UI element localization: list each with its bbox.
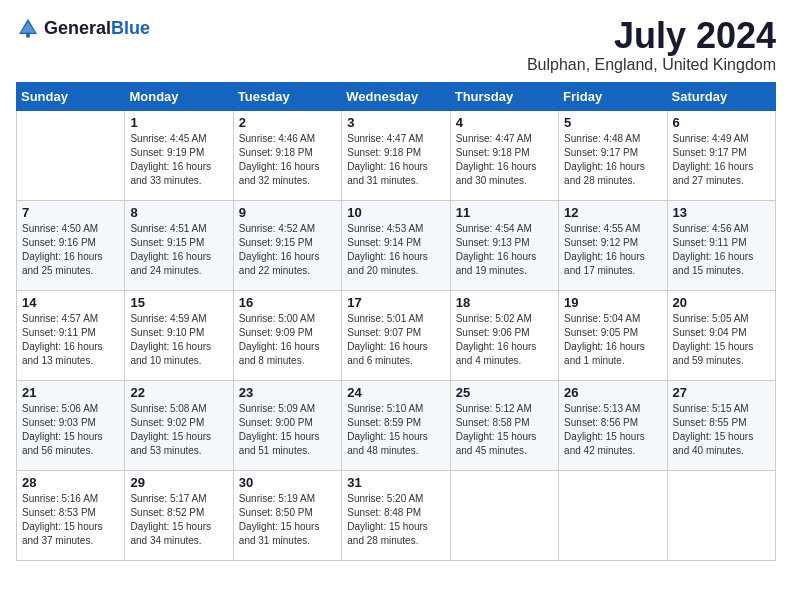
logo-text: General Blue <box>44 18 150 39</box>
calendar-cell: 16Sunrise: 5:00 AMSunset: 9:09 PMDayligh… <box>233 290 341 380</box>
calendar-cell <box>667 470 775 560</box>
day-info: Sunrise: 4:53 AMSunset: 9:14 PMDaylight:… <box>347 222 444 278</box>
day-number: 20 <box>673 295 770 310</box>
logo-blue: Blue <box>111 18 150 39</box>
day-number: 11 <box>456 205 553 220</box>
day-info: Sunrise: 4:55 AMSunset: 9:12 PMDaylight:… <box>564 222 661 278</box>
day-info: Sunrise: 5:17 AMSunset: 8:52 PMDaylight:… <box>130 492 227 548</box>
day-number: 8 <box>130 205 227 220</box>
day-info: Sunrise: 5:10 AMSunset: 8:59 PMDaylight:… <box>347 402 444 458</box>
day-number: 15 <box>130 295 227 310</box>
day-number: 18 <box>456 295 553 310</box>
calendar-cell: 2Sunrise: 4:46 AMSunset: 9:18 PMDaylight… <box>233 110 341 200</box>
calendar-week-row: 1Sunrise: 4:45 AMSunset: 9:19 PMDaylight… <box>17 110 776 200</box>
calendar-cell <box>559 470 667 560</box>
day-info: Sunrise: 4:48 AMSunset: 9:17 PMDaylight:… <box>564 132 661 188</box>
day-number: 30 <box>239 475 336 490</box>
header-row: SundayMondayTuesdayWednesdayThursdayFrid… <box>17 82 776 110</box>
svg-rect-2 <box>26 33 30 38</box>
day-number: 26 <box>564 385 661 400</box>
calendar-cell: 21Sunrise: 5:06 AMSunset: 9:03 PMDayligh… <box>17 380 125 470</box>
calendar-cell: 30Sunrise: 5:19 AMSunset: 8:50 PMDayligh… <box>233 470 341 560</box>
calendar-cell: 11Sunrise: 4:54 AMSunset: 9:13 PMDayligh… <box>450 200 558 290</box>
calendar-cell: 26Sunrise: 5:13 AMSunset: 8:56 PMDayligh… <box>559 380 667 470</box>
day-info: Sunrise: 5:12 AMSunset: 8:58 PMDaylight:… <box>456 402 553 458</box>
day-info: Sunrise: 4:52 AMSunset: 9:15 PMDaylight:… <box>239 222 336 278</box>
day-info: Sunrise: 5:09 AMSunset: 9:00 PMDaylight:… <box>239 402 336 458</box>
calendar-cell: 6Sunrise: 4:49 AMSunset: 9:17 PMDaylight… <box>667 110 775 200</box>
calendar-cell <box>450 470 558 560</box>
calendar-cell: 17Sunrise: 5:01 AMSunset: 9:07 PMDayligh… <box>342 290 450 380</box>
header-day: Thursday <box>450 82 558 110</box>
day-info: Sunrise: 5:13 AMSunset: 8:56 PMDaylight:… <box>564 402 661 458</box>
day-number: 31 <box>347 475 444 490</box>
header: General Blue July 2024 Bulphan, England,… <box>16 16 776 74</box>
day-number: 16 <box>239 295 336 310</box>
day-number: 12 <box>564 205 661 220</box>
day-number: 22 <box>130 385 227 400</box>
day-number: 4 <box>456 115 553 130</box>
day-number: 23 <box>239 385 336 400</box>
calendar-cell: 28Sunrise: 5:16 AMSunset: 8:53 PMDayligh… <box>17 470 125 560</box>
day-info: Sunrise: 4:47 AMSunset: 9:18 PMDaylight:… <box>456 132 553 188</box>
day-number: 21 <box>22 385 119 400</box>
calendar-cell: 14Sunrise: 4:57 AMSunset: 9:11 PMDayligh… <box>17 290 125 380</box>
calendar-cell: 3Sunrise: 4:47 AMSunset: 9:18 PMDaylight… <box>342 110 450 200</box>
month-title: July 2024 <box>527 16 776 56</box>
header-day: Sunday <box>17 82 125 110</box>
calendar-cell: 19Sunrise: 5:04 AMSunset: 9:05 PMDayligh… <box>559 290 667 380</box>
day-info: Sunrise: 4:49 AMSunset: 9:17 PMDaylight:… <box>673 132 770 188</box>
day-number: 28 <box>22 475 119 490</box>
calendar-cell: 12Sunrise: 4:55 AMSunset: 9:12 PMDayligh… <box>559 200 667 290</box>
header-day: Saturday <box>667 82 775 110</box>
day-info: Sunrise: 5:15 AMSunset: 8:55 PMDaylight:… <box>673 402 770 458</box>
day-info: Sunrise: 5:08 AMSunset: 9:02 PMDaylight:… <box>130 402 227 458</box>
day-number: 29 <box>130 475 227 490</box>
calendar-cell: 15Sunrise: 4:59 AMSunset: 9:10 PMDayligh… <box>125 290 233 380</box>
calendar-cell: 24Sunrise: 5:10 AMSunset: 8:59 PMDayligh… <box>342 380 450 470</box>
calendar-week-row: 14Sunrise: 4:57 AMSunset: 9:11 PMDayligh… <box>17 290 776 380</box>
day-info: Sunrise: 4:46 AMSunset: 9:18 PMDaylight:… <box>239 132 336 188</box>
calendar-week-row: 28Sunrise: 5:16 AMSunset: 8:53 PMDayligh… <box>17 470 776 560</box>
calendar-cell: 27Sunrise: 5:15 AMSunset: 8:55 PMDayligh… <box>667 380 775 470</box>
calendar-week-row: 21Sunrise: 5:06 AMSunset: 9:03 PMDayligh… <box>17 380 776 470</box>
day-number: 3 <box>347 115 444 130</box>
calendar-cell: 23Sunrise: 5:09 AMSunset: 9:00 PMDayligh… <box>233 380 341 470</box>
day-number: 1 <box>130 115 227 130</box>
day-info: Sunrise: 4:54 AMSunset: 9:13 PMDaylight:… <box>456 222 553 278</box>
day-info: Sunrise: 4:51 AMSunset: 9:15 PMDaylight:… <box>130 222 227 278</box>
logo-general: General <box>44 18 111 39</box>
calendar-cell: 1Sunrise: 4:45 AMSunset: 9:19 PMDaylight… <box>125 110 233 200</box>
day-number: 6 <box>673 115 770 130</box>
day-number: 7 <box>22 205 119 220</box>
calendar-cell: 4Sunrise: 4:47 AMSunset: 9:18 PMDaylight… <box>450 110 558 200</box>
day-number: 10 <box>347 205 444 220</box>
calendar-cell: 20Sunrise: 5:05 AMSunset: 9:04 PMDayligh… <box>667 290 775 380</box>
day-info: Sunrise: 4:56 AMSunset: 9:11 PMDaylight:… <box>673 222 770 278</box>
calendar-cell: 9Sunrise: 4:52 AMSunset: 9:15 PMDaylight… <box>233 200 341 290</box>
day-info: Sunrise: 4:47 AMSunset: 9:18 PMDaylight:… <box>347 132 444 188</box>
day-info: Sunrise: 5:01 AMSunset: 9:07 PMDaylight:… <box>347 312 444 368</box>
day-number: 24 <box>347 385 444 400</box>
day-info: Sunrise: 4:57 AMSunset: 9:11 PMDaylight:… <box>22 312 119 368</box>
calendar-cell: 5Sunrise: 4:48 AMSunset: 9:17 PMDaylight… <box>559 110 667 200</box>
logo-icon <box>16 16 40 40</box>
logo: General Blue <box>16 16 150 40</box>
header-day: Wednesday <box>342 82 450 110</box>
day-info: Sunrise: 4:45 AMSunset: 9:19 PMDaylight:… <box>130 132 227 188</box>
calendar-cell: 13Sunrise: 4:56 AMSunset: 9:11 PMDayligh… <box>667 200 775 290</box>
title-block: July 2024 Bulphan, England, United Kingd… <box>527 16 776 74</box>
day-info: Sunrise: 5:06 AMSunset: 9:03 PMDaylight:… <box>22 402 119 458</box>
calendar-cell: 8Sunrise: 4:51 AMSunset: 9:15 PMDaylight… <box>125 200 233 290</box>
calendar-cell: 10Sunrise: 4:53 AMSunset: 9:14 PMDayligh… <box>342 200 450 290</box>
calendar-cell: 22Sunrise: 5:08 AMSunset: 9:02 PMDayligh… <box>125 380 233 470</box>
day-info: Sunrise: 5:16 AMSunset: 8:53 PMDaylight:… <box>22 492 119 548</box>
calendar-cell: 18Sunrise: 5:02 AMSunset: 9:06 PMDayligh… <box>450 290 558 380</box>
day-info: Sunrise: 5:05 AMSunset: 9:04 PMDaylight:… <box>673 312 770 368</box>
calendar-cell <box>17 110 125 200</box>
day-info: Sunrise: 5:04 AMSunset: 9:05 PMDaylight:… <box>564 312 661 368</box>
day-info: Sunrise: 5:20 AMSunset: 8:48 PMDaylight:… <box>347 492 444 548</box>
day-number: 27 <box>673 385 770 400</box>
calendar-cell: 25Sunrise: 5:12 AMSunset: 8:58 PMDayligh… <box>450 380 558 470</box>
header-day: Monday <box>125 82 233 110</box>
